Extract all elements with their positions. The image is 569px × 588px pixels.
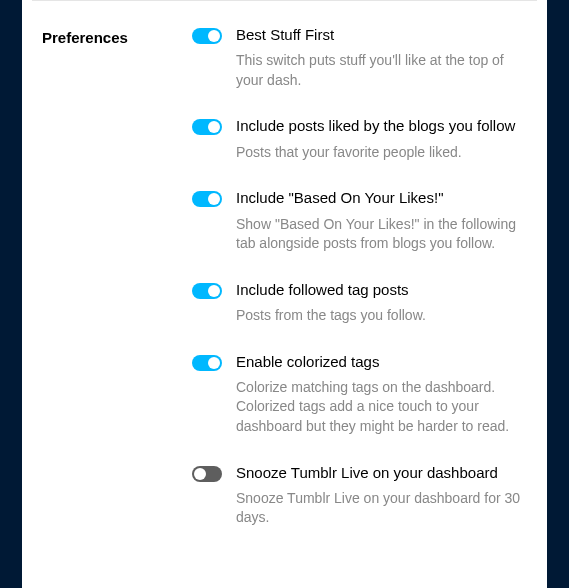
pref-text: Enable colorized tags Colorize matching … [236, 352, 527, 437]
toggle-snooze-tumblr-live[interactable] [192, 466, 222, 482]
pref-title: Best Stuff First [236, 25, 527, 45]
toggle-colorized-tags[interactable] [192, 355, 222, 371]
toggle-knob [208, 193, 220, 205]
pref-text: Snooze Tumblr Live on your dashboard Sno… [236, 463, 527, 528]
preferences-list: Best Stuff First This switch puts stuff … [192, 25, 537, 528]
pref-title: Enable colorized tags [236, 352, 527, 372]
preferences-section: Preferences Best Stuff First This switch… [32, 25, 537, 528]
pref-description: Snooze Tumblr Live on your dashboard for… [236, 489, 527, 528]
pref-title: Snooze Tumblr Live on your dashboard [236, 463, 527, 483]
pref-text: Include "Based On Your Likes!" Show "Bas… [236, 188, 527, 253]
toggle-based-on-likes[interactable] [192, 191, 222, 207]
pref-based-on-likes: Include "Based On Your Likes!" Show "Bas… [192, 188, 527, 253]
pref-best-stuff-first: Best Stuff First This switch puts stuff … [192, 25, 527, 90]
pref-text: Best Stuff First This switch puts stuff … [236, 25, 527, 90]
toggle-knob [208, 121, 220, 133]
section-title: Preferences [32, 25, 192, 46]
toggle-knob [208, 285, 220, 297]
pref-text: Include posts liked by the blogs you fol… [236, 116, 527, 162]
pref-description: Show "Based On Your Likes!" in the follo… [236, 215, 527, 254]
pref-followed-tag-posts: Include followed tag posts Posts from th… [192, 280, 527, 326]
section-divider [32, 0, 537, 1]
toggle-knob [208, 30, 220, 42]
pref-text: Include followed tag posts Posts from th… [236, 280, 527, 326]
pref-description: Colorize matching tags on the dashboard.… [236, 378, 527, 437]
pref-title: Include "Based On Your Likes!" [236, 188, 527, 208]
pref-snooze-tumblr-live: Snooze Tumblr Live on your dashboard Sno… [192, 463, 527, 528]
pref-description: Posts from the tags you follow. [236, 306, 527, 326]
pref-description: Posts that your favorite people liked. [236, 143, 527, 163]
toggle-include-liked-posts[interactable] [192, 119, 222, 135]
pref-include-liked-posts: Include posts liked by the blogs you fol… [192, 116, 527, 162]
settings-panel: Preferences Best Stuff First This switch… [22, 0, 547, 588]
pref-title: Include followed tag posts [236, 280, 527, 300]
pref-description: This switch puts stuff you'll like at th… [236, 51, 527, 90]
toggle-followed-tag-posts[interactable] [192, 283, 222, 299]
toggle-best-stuff-first[interactable] [192, 28, 222, 44]
toggle-knob [208, 357, 220, 369]
pref-title: Include posts liked by the blogs you fol… [236, 116, 527, 136]
toggle-knob [194, 468, 206, 480]
pref-colorized-tags: Enable colorized tags Colorize matching … [192, 352, 527, 437]
